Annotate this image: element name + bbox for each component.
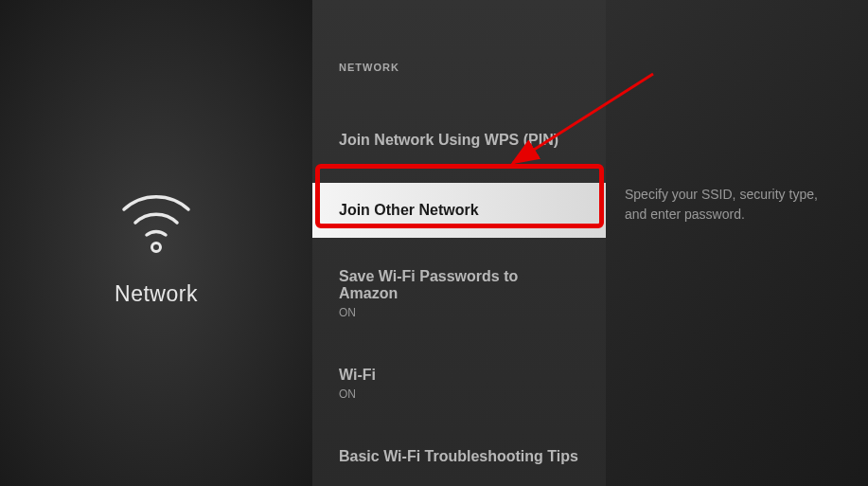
help-panel: Specify your SSID, security type, and en…: [606, 0, 868, 486]
menu-item-join-wps-pin[interactable]: Join Network Using WPS (PIN): [312, 118, 606, 162]
menu-item-label: Save Wi-Fi Passwords to Amazon: [339, 268, 579, 302]
svg-point-0: [152, 243, 161, 252]
menu-item-status: ON: [339, 387, 579, 401]
menu-item-label: Wi-Fi: [339, 367, 579, 384]
menu-item-label: Join Network Using WPS (PIN): [339, 132, 579, 149]
menu-item-wifi[interactable]: Wi-Fi ON: [312, 353, 606, 414]
category-label: Network: [115, 281, 198, 307]
left-category-panel: Network: [0, 0, 312, 486]
menu-item-save-passwords[interactable]: Save Wi-Fi Passwords to Amazon ON: [312, 255, 606, 333]
menu-item-label: Basic Wi-Fi Troubleshooting Tips: [339, 448, 579, 465]
menu-item-troubleshooting[interactable]: Basic Wi-Fi Troubleshooting Tips: [312, 435, 606, 478]
menu-item-join-other-network[interactable]: Join Other Network: [312, 183, 606, 238]
menu-panel: NETWORK Join Network Using WPS (PIN) Joi…: [312, 0, 606, 486]
section-header: NETWORK: [312, 62, 606, 73]
wifi-icon: [109, 179, 204, 255]
help-text: Specify your SSID, security type, and en…: [625, 185, 840, 225]
menu-item-label: Join Other Network: [339, 202, 579, 219]
menu-item-status: ON: [339, 306, 579, 319]
